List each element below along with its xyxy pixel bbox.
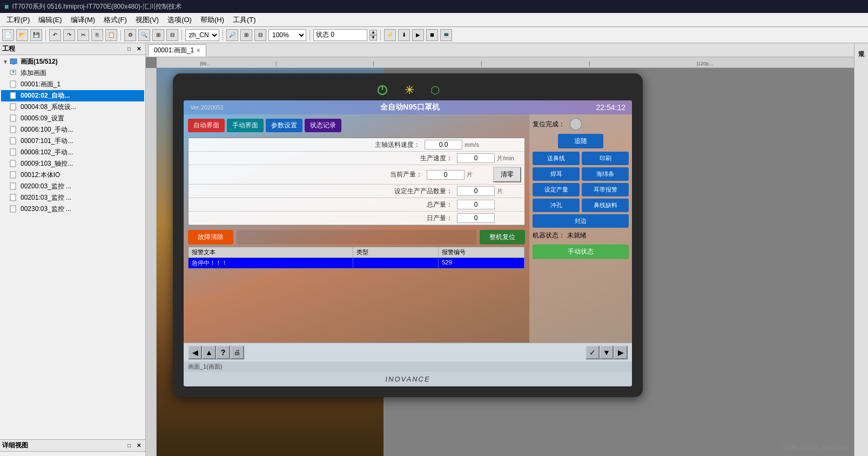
param-settings-btn[interactable]: 参数设置 [266, 119, 302, 132]
toolbar-new[interactable]: 📄 [2, 29, 14, 41]
toolbar-btn3[interactable]: ⚙ [124, 29, 136, 41]
toolbar-run[interactable]: ▶ [412, 29, 424, 41]
punch-btn[interactable]: 冲孔 [533, 199, 580, 212]
sponge-strip-btn[interactable]: 海绵条 [582, 167, 629, 181]
project-float-btn[interactable]: □ [125, 45, 133, 53]
page-icon-8 [10, 171, 18, 180]
nav-up-btn[interactable]: ▲ [202, 345, 216, 359]
page-icon-5 [10, 137, 18, 146]
nav-right-btn[interactable]: ▶ [614, 345, 628, 359]
seal-edge-btn[interactable]: 封边 [533, 214, 629, 228]
toolbar-open[interactable]: 📂 [16, 29, 28, 41]
data-value-2: 0 [427, 170, 465, 180]
toolbar-sim[interactable]: 💻 [440, 29, 452, 41]
tree-item-add[interactable]: 添加画面 [1, 67, 144, 79]
machine-status-row: 机器状态： 未就绪 [533, 231, 629, 240]
toolbar-btn6[interactable]: ⊟ [166, 29, 178, 41]
add-screen-label: 添加画面 [21, 69, 46, 78]
alert-row-0[interactable]: 急停中！！！ 529 [189, 258, 524, 268]
details-float-btn[interactable]: □ [125, 441, 133, 450]
menu-options[interactable]: 选项(O) [163, 14, 196, 26]
toolbar-zoom-icon2[interactable]: ⊞ [240, 29, 252, 41]
toolbar-redo[interactable]: ↷ [63, 29, 75, 41]
data-label-2: 当前产量： [192, 170, 427, 179]
full-reset-btn[interactable]: 整机复位 [480, 230, 525, 244]
tree-item-2[interactable]: 00004:08_系统设... [1, 101, 144, 113]
data-row-0: 主轴送料速度： 0.0 mm/s [189, 138, 524, 152]
weld-ear-btn[interactable]: 焊耳 [533, 167, 580, 181]
language-select[interactable]: zh_CN [185, 29, 219, 41]
manual-interface-btn[interactable]: 手动界面 [227, 119, 264, 132]
auto-interface-btn[interactable]: 自动界面 [188, 119, 225, 132]
page-label-0: 00001:画面_1 [21, 80, 60, 89]
canvas-area[interactable]: |99... | | | | |120p... |260 |300 |340 |… [146, 57, 854, 456]
project-controls: □ ✕ [125, 45, 143, 53]
ruler-vertical: |260 |300 |340 |380 |420 |460 [146, 68, 157, 456]
menu-compile[interactable]: 编译(M) [66, 14, 100, 26]
hmi-data-table: 主轴送料速度： 0.0 mm/s 生产速度： 0 [188, 138, 525, 226]
data-unit-0: mm/s [465, 141, 489, 148]
menu-view[interactable]: 视图(V) [131, 14, 163, 26]
nav-print-btn[interactable]: 🖨 [230, 345, 244, 359]
tree-item-0[interactable]: 00001:画面_1 [1, 79, 144, 90]
nav-left-btn[interactable]: ◀ [188, 345, 202, 359]
status-spinner[interactable]: ▲ ▼ [369, 30, 377, 40]
svg-rect-11 [10, 149, 16, 155]
nose-wire-short-btn[interactable]: 鼻线缺料 [582, 199, 629, 212]
machine-status-label: 机器状态： [533, 231, 565, 240]
menu-project[interactable]: 工程(P) [2, 14, 34, 26]
toolbar-download[interactable]: ⬇ [398, 29, 410, 41]
toolbar-btn5[interactable]: ⊞ [152, 29, 164, 41]
alert-number-0: 529 [439, 258, 524, 268]
tree-item-9[interactable]: 00200:03_监控 ... [1, 181, 144, 192]
menu-edit[interactable]: 编辑(E) [34, 14, 66, 26]
clear-btn[interactable]: 清零 [493, 167, 521, 182]
nav-help-btn[interactable]: ? [216, 345, 230, 359]
menu-format[interactable]: 格式(F) [99, 14, 131, 26]
tree-item-3[interactable]: 00005:09_设置 [1, 113, 144, 124]
tab-close-0[interactable]: ✕ [196, 47, 200, 53]
spin-down[interactable]: ▼ [369, 35, 377, 40]
tree-item-8[interactable]: 00012:本体IO [1, 169, 144, 181]
data-label-1: 生产速度： [192, 154, 457, 163]
toolbar-stop[interactable]: ⏹ [426, 29, 438, 41]
project-close-btn[interactable]: ✕ [134, 45, 143, 53]
status-log-btn[interactable]: 状态记录 [305, 119, 341, 132]
toolbar-cut[interactable]: ✂ [77, 29, 89, 41]
print-btn[interactable]: 印刷 [582, 152, 629, 165]
details-close-btn[interactable]: ✕ [134, 441, 143, 450]
menu-tools[interactable]: 工具(T) [228, 14, 260, 26]
toolbar-save[interactable]: 💾 [30, 29, 42, 41]
set-output-btn[interactable]: 设定产量 [533, 183, 580, 196]
tree-item-7[interactable]: 00009:103_轴控... [1, 158, 144, 169]
tree-item-11[interactable]: 00230:03_监控 ... [1, 203, 144, 215]
tree-root-screens[interactable]: ▼ 画面(15/512) [1, 56, 144, 67]
nav-check-btn[interactable]: ✓ [586, 345, 600, 359]
toolbar-zoom-icon[interactable]: 🔎 [226, 29, 238, 41]
page-label-10: 00201:03_监控 ... [21, 193, 71, 202]
nav-down-btn[interactable]: ▼ [600, 345, 614, 359]
canvas-scroll-area[interactable]: ✳ ⬡ Ver:2020051 全自动N95口罩机 22:54:12 [157, 68, 854, 456]
fault-clear-btn[interactable]: 故障清除 [188, 230, 233, 244]
tree-item-6[interactable]: 00008:102_手动... [1, 147, 144, 158]
track-btn[interactable]: 追随 [558, 134, 603, 148]
tree-item-5[interactable]: 00007:101_手动... [1, 135, 144, 147]
ear-band-alarm-btn[interactable]: 耳带报警 [582, 183, 629, 196]
machine-status-value: 未就绪 [567, 231, 587, 240]
toolbar-copy[interactable]: ⎘ [91, 29, 103, 41]
toolbar-compile[interactable]: ⚡ [384, 29, 396, 41]
details-content [0, 452, 145, 456]
toolbar-zoom-icon3[interactable]: ⊟ [254, 29, 266, 41]
toolbar-paste[interactable]: 📋 [105, 29, 117, 41]
tree-item-4[interactable]: 00006:100_手动... [1, 124, 144, 135]
tab-page1[interactable]: 00001:画面_1 ✕ [148, 44, 206, 57]
zoom-select[interactable]: 100% [268, 29, 306, 41]
toolbar-undo[interactable]: ↶ [49, 29, 61, 41]
nose-wire-btn[interactable]: 送鼻线 [533, 152, 580, 165]
tree-item-10[interactable]: 00201:03_监控 ... [1, 192, 144, 203]
details-header: 详细视图 □ ✕ [0, 440, 145, 452]
toolbar-btn4[interactable]: 🔍 [138, 29, 150, 41]
tree-item-1[interactable]: 00002:02_自动... [1, 90, 144, 101]
menu-help[interactable]: 帮助(H) [196, 14, 228, 26]
spin-up[interactable]: ▲ [369, 30, 377, 35]
